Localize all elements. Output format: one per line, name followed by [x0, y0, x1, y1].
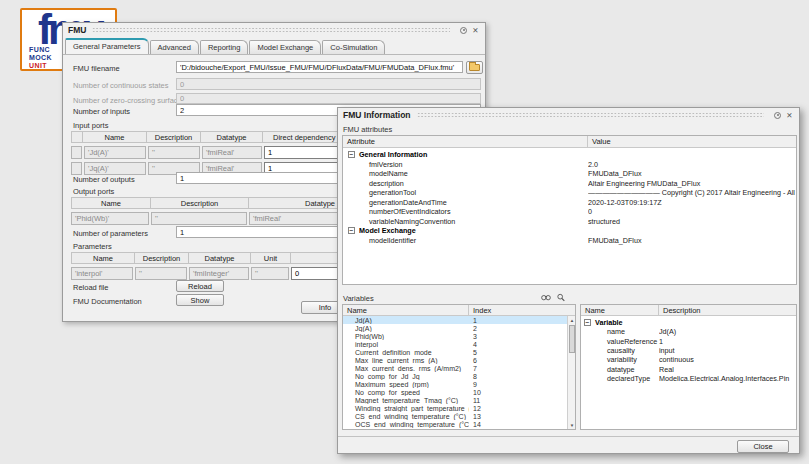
attr-row[interactable]: numberOfEventIndicators 0: [343, 207, 796, 217]
col-attribute: Attribute: [343, 136, 588, 147]
fmu-attributes-label: FMU attributes: [343, 125, 392, 134]
variable-row[interactable]: Max_current_dens._rms_(A/mm2)7: [343, 364, 567, 372]
col-index: Index: [469, 305, 575, 315]
attr-row[interactable]: modelIdentifier FMUData_DFlux: [343, 236, 796, 246]
variables-scrollbar[interactable]: ▲ ▼: [567, 316, 575, 429]
find-icon[interactable]: [541, 293, 551, 302]
variable-row[interactable]: Magnet_temperature_Tmag_(°C)11: [343, 396, 567, 404]
attr-group-label: General Information: [359, 150, 427, 159]
detail-grid-body: −Variable nameJd(A) valueReference1 caus…: [581, 316, 796, 429]
row-selector[interactable]: [71, 162, 82, 175]
tab-advanced[interactable]: Advanced: [150, 40, 199, 54]
close-button[interactable]: Close: [737, 440, 789, 453]
attr-group-row[interactable]: −Model Exchange: [343, 226, 796, 236]
detail-grid-header: Name Description: [581, 305, 796, 316]
fmu-close-icon[interactable]: ✕: [471, 26, 480, 35]
col-name: Name: [343, 305, 469, 315]
fmu-logo-line-2: MOCK: [29, 54, 52, 62]
cell-datatype: 'fmiReal': [202, 146, 262, 159]
variables-grid-body: Jd(A)1 Jq(A)2 Phid(Wb)3 interpol4 Curren…: [343, 316, 567, 429]
variable-row[interactable]: CS_end_winding_temperature_(°C)13: [343, 412, 567, 420]
detail-group-label: Variable: [595, 318, 623, 327]
fmu-logo-line-3: UNIT: [29, 62, 52, 70]
parameters-label: Parameters: [73, 242, 112, 251]
corner-selector: [71, 131, 83, 143]
detail-row[interactable]: causalityinput: [581, 346, 796, 355]
attr-row[interactable]: generationDateAndTime 2020-12-03T09:19:1…: [343, 198, 796, 208]
tab-model-exchange[interactable]: Model Exchange: [249, 40, 321, 54]
reload-file-label: Reload file: [73, 283, 108, 292]
variable-detail-grid: Name Description −Variable nameJd(A) val…: [580, 304, 797, 430]
collapse-icon[interactable]: −: [348, 151, 355, 158]
cell-name: 'Jq(A)': [84, 162, 146, 175]
detail-row[interactable]: nameJd(A): [581, 327, 796, 336]
info-close-icon[interactable]: ✕: [785, 111, 794, 120]
attr-row[interactable]: modelName FMUData_DFlux: [343, 169, 796, 179]
cell-unit: '': [251, 267, 289, 280]
collapse-icon[interactable]: −: [348, 227, 355, 234]
variables-grid: Name Index Jd(A)1 Jq(A)2 Phid(Wb)3 inter…: [342, 304, 576, 430]
row-selector[interactable]: [71, 146, 82, 159]
tab-general-parameters[interactable]: General Parameters: [65, 38, 149, 54]
show-button[interactable]: Show: [176, 294, 224, 306]
variable-row[interactable]: Winding_straight_part_temperature_(°C)12: [343, 404, 567, 412]
detail-row[interactable]: valueReference1: [581, 337, 796, 346]
detail-group-row[interactable]: −Variable: [581, 318, 796, 327]
tab-reporting[interactable]: Reporting: [200, 40, 249, 54]
variable-row[interactable]: Max_line_current_rms_(A)6: [343, 356, 567, 364]
col-name: Name: [71, 252, 135, 264]
variable-row[interactable]: No_comp_for_speed10: [343, 388, 567, 396]
col-name: Name: [71, 197, 151, 209]
col-description: Description: [659, 305, 796, 315]
col-description: Description: [147, 131, 201, 143]
fmu-titlebar-drag-handle[interactable]: [92, 27, 450, 33]
variable-row[interactable]: No_comp_for_Jd_Jq8: [343, 372, 567, 380]
tab-pane-border: [63, 54, 485, 55]
fmu-float-icon[interactable]: [459, 26, 468, 35]
col-description: Description: [135, 252, 189, 264]
fmu-information-window: FMU Information ✕ FMU attributes Attribu…: [337, 107, 800, 454]
detail-row[interactable]: variabilitycontinuous: [581, 355, 796, 364]
attr-row[interactable]: description Altair Engineering FMUData_D…: [343, 179, 796, 189]
fmu-logo-caption: FUNC MOCK UNIT: [29, 46, 52, 70]
attributes-grid-header: Attribute Value: [343, 136, 796, 148]
variables-grid-header: Name Index: [343, 305, 575, 316]
reload-button[interactable]: Reload: [176, 280, 224, 292]
col-description: Description: [151, 197, 249, 209]
input-ports-label: Input ports: [73, 121, 108, 130]
search-icon[interactable]: [556, 293, 566, 302]
attr-group-label: Model Exchange: [359, 226, 416, 235]
variable-row[interactable]: Jd(A)1: [343, 316, 567, 324]
zero-crossing-field: [176, 93, 481, 104]
fmu-filename-input[interactable]: [176, 61, 463, 73]
info-float-icon[interactable]: [773, 111, 782, 120]
attr-group-row[interactable]: −General Information: [343, 150, 796, 160]
col-unit: Unit: [251, 252, 291, 264]
collapse-icon[interactable]: −: [584, 319, 591, 326]
variables-label: Variables: [343, 294, 374, 303]
col-name: Name: [83, 131, 147, 143]
tab-co-simulation[interactable]: Co-Simulation: [322, 40, 385, 54]
attr-row[interactable]: fmiVersion 2.0: [343, 160, 796, 170]
variable-row[interactable]: Maximum_speed_(rpm)9: [343, 380, 567, 388]
scroll-up-icon[interactable]: ▲: [568, 316, 576, 324]
attr-row[interactable]: variableNamingConvention structured: [343, 217, 796, 227]
attr-row[interactable]: generationTool —————————— Copyright (C) …: [343, 188, 796, 198]
detail-row[interactable]: datatypeReal: [581, 364, 796, 373]
variables-toolbar: [541, 293, 566, 302]
scroll-down-icon[interactable]: ▼: [568, 421, 576, 429]
variable-row[interactable]: Current_definition_mode5: [343, 348, 567, 356]
fmu-documentation-label: FMU Documentation: [73, 297, 142, 306]
info-titlebar-drag-handle[interactable]: [417, 112, 764, 118]
variable-row[interactable]: Rotor_initial_position_(deg)15: [343, 428, 567, 430]
variable-row[interactable]: Phid(Wb)3: [343, 332, 567, 340]
variable-row[interactable]: OCS_end_winding_temperature_(°C)14: [343, 420, 567, 428]
variable-row[interactable]: interpol4: [343, 340, 567, 348]
fmu-window-title: FMU: [68, 25, 86, 35]
desktop: fmu FUNC MOCK UNIT FMU ✕ General Paramet…: [0, 0, 809, 464]
variable-row[interactable]: Jq(A)2: [343, 324, 567, 332]
browse-button[interactable]: [466, 61, 483, 74]
cell-name: 'Phid(Wb)': [71, 212, 149, 225]
scrollbar-thumb[interactable]: [569, 325, 575, 353]
detail-row[interactable]: declaredTypeModelica.Electrical.Analog.I…: [581, 374, 796, 383]
